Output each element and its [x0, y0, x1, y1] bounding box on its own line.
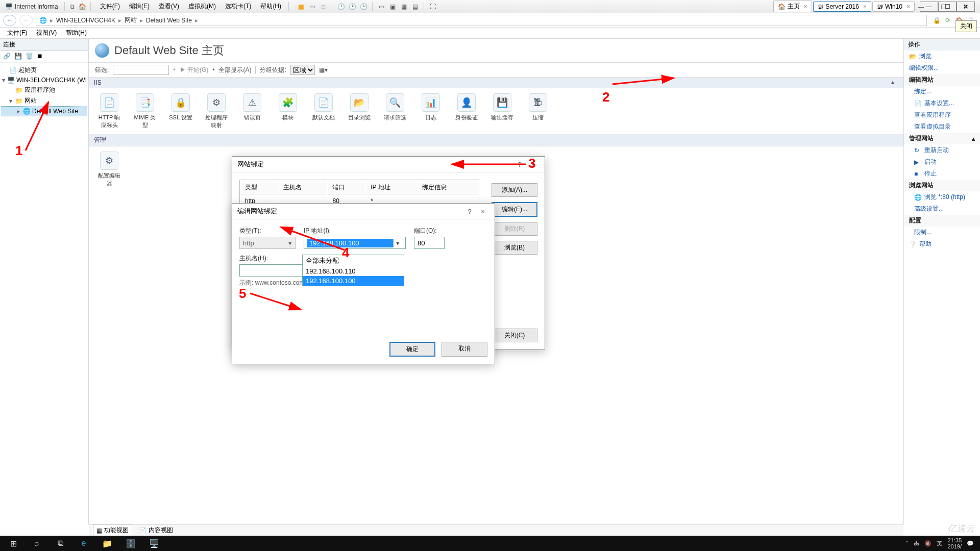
- close-icon[interactable]: ×: [804, 3, 807, 10]
- close-icon[interactable]: ×: [476, 208, 489, 215]
- layout4-icon[interactable]: ▤: [410, 2, 420, 11]
- snapshot-icon[interactable]: ⏍: [318, 2, 328, 11]
- volume-icon[interactable]: 🔇: [924, 540, 932, 547]
- edit-button[interactable]: 编辑(E)...: [492, 202, 537, 217]
- col-type[interactable]: 类型: [241, 181, 278, 194]
- crumb-server[interactable]: WIN-3ELOHVGCH4K: [56, 17, 115, 24]
- minimize-button[interactable]: —: [910, 2, 932, 12]
- col-ip[interactable]: IP 地址: [366, 181, 417, 194]
- action-view-apps[interactable]: 查看应用程序: [904, 109, 980, 121]
- close-icon[interactable]: ×: [863, 3, 867, 10]
- feature-item[interactable]: 👤身份验证: [453, 93, 480, 129]
- home-icon[interactable]: 🏠: [78, 2, 87, 11]
- menu-file[interactable]: 文件(F): [3, 28, 31, 38]
- cert-icon[interactable]: 🔒: [932, 16, 941, 25]
- refresh-icon[interactable]: ⟳: [943, 16, 952, 25]
- group-select[interactable]: 区域: [290, 65, 315, 75]
- tab-server2016[interactable]: 🖳Server 2016×: [813, 2, 871, 12]
- network-icon[interactable]: 🖧: [914, 540, 919, 546]
- action-browse-80[interactable]: 🌐浏览 *:80 (http): [904, 191, 980, 203]
- tree-startpage[interactable]: 📄起始页: [1, 65, 87, 76]
- clock1-icon[interactable]: 🕐: [336, 2, 346, 11]
- tree-server[interactable]: ▾🖥️WIN-3ELOHVGCH4K (WI: [1, 76, 87, 85]
- ime-indicator[interactable]: 英: [937, 540, 942, 547]
- task-view-button[interactable]: ⧉: [49, 536, 71, 551]
- cancel-button[interactable]: 取消: [442, 342, 487, 357]
- menu-vm[interactable]: 虚拟机(M): [184, 1, 220, 12]
- close-button[interactable]: 关闭(C): [492, 329, 537, 342]
- clock-time[interactable]: 21:35: [947, 537, 962, 543]
- server-manager-icon[interactable]: 🗄️: [119, 536, 142, 551]
- menu-view[interactable]: 查看(V): [155, 1, 183, 12]
- col-host[interactable]: 主机名: [279, 181, 328, 194]
- notifications-icon[interactable]: 💬: [967, 540, 974, 547]
- action-browse[interactable]: 📂浏览: [904, 51, 980, 62]
- menu-view[interactable]: 视图(V): [32, 28, 61, 38]
- feature-item[interactable]: 📊日志: [418, 93, 444, 129]
- tree-apppools[interactable]: 📁应用程序池: [1, 85, 87, 95]
- crumb-sites[interactable]: 网站: [125, 16, 137, 24]
- pause-icon[interactable]: ▮▮: [296, 2, 305, 11]
- col-port[interactable]: 端口: [328, 181, 365, 194]
- tray-chevron-icon[interactable]: ˄: [905, 540, 909, 547]
- window-restore-icon[interactable]: ⧉: [68, 2, 77, 11]
- feature-item[interactable]: 🗜压缩: [525, 93, 551, 129]
- action-limits[interactable]: 限制...: [904, 227, 980, 238]
- explorer-icon[interactable]: 📁: [96, 536, 118, 551]
- delete-icon[interactable]: 🗑️: [26, 53, 34, 61]
- add-button[interactable]: 添加(A)...: [492, 183, 537, 197]
- ip-option-all[interactable]: 全部未分配: [303, 255, 404, 266]
- maximize-button[interactable]: ☐: [932, 2, 954, 12]
- feature-config-editor[interactable]: ⚙配置编辑器: [96, 152, 122, 187]
- ip-option-100[interactable]: 192.168.100.100: [303, 276, 404, 286]
- menu-file[interactable]: 文件(F): [96, 1, 124, 12]
- layout2-icon[interactable]: ▣: [388, 2, 397, 11]
- filter-input[interactable]: [113, 65, 169, 75]
- layout3-icon[interactable]: ▦: [399, 2, 408, 11]
- action-help[interactable]: ❔帮助: [904, 238, 980, 250]
- feature-item[interactable]: ⚙处理程序映射: [203, 93, 230, 129]
- menu-tabs[interactable]: 选项卡(T): [221, 1, 255, 12]
- action-start[interactable]: ▶启动: [904, 156, 980, 168]
- col-info[interactable]: 绑定信息: [418, 181, 478, 194]
- power-icon[interactable]: ▭: [307, 2, 316, 11]
- close-button[interactable]: ✕: [954, 2, 977, 12]
- help-icon[interactable]: ?: [463, 208, 476, 215]
- feature-item[interactable]: 📄默认文档: [310, 93, 337, 129]
- browse-button[interactable]: 浏览(B): [492, 241, 537, 255]
- view-mode-icon[interactable]: ▦▾: [319, 66, 328, 73]
- clock2-icon[interactable]: 🕑: [348, 2, 357, 11]
- feature-item[interactable]: 🔒SSL 设置: [167, 93, 194, 129]
- action-stop[interactable]: ■停止: [904, 168, 980, 180]
- collapse-icon[interactable]: ▴: [891, 79, 899, 87]
- connect-icon[interactable]: 🔗: [3, 53, 11, 61]
- tab-home[interactable]: 🏠主页×: [773, 1, 812, 12]
- help-icon[interactable]: ?: [513, 161, 526, 168]
- tree-default-web-site[interactable]: ▸🌐Default Web Site: [1, 106, 87, 116]
- feature-item[interactable]: 💾输出缓存: [489, 93, 516, 129]
- layout1-icon[interactable]: ▭: [377, 2, 386, 11]
- action-view-vdirs[interactable]: 查看虚拟目录: [904, 121, 980, 133]
- collapse-icon[interactable]: ▴: [972, 135, 975, 142]
- clock3-icon[interactable]: 🕒: [359, 2, 368, 11]
- crumb-site[interactable]: Default Web Site: [146, 17, 192, 24]
- features-view-tab[interactable]: ▦功能视图: [93, 524, 132, 536]
- feature-item[interactable]: 📄HTTP 响应标头: [96, 93, 122, 129]
- menu-help[interactable]: 帮助(H): [62, 28, 91, 38]
- ip-option-110[interactable]: 192.168.100.110: [303, 266, 404, 276]
- ok-button[interactable]: 确定: [389, 342, 435, 357]
- go-button[interactable]: ▶ 开始(G): [180, 66, 209, 74]
- tree-sites[interactable]: ▾📁网站: [1, 95, 87, 106]
- fullscreen-icon[interactable]: ⛶: [428, 2, 437, 11]
- system-tray[interactable]: ˄ 🖧 🔇 英 21:35 2019/ 💬: [901, 537, 978, 549]
- feature-item[interactable]: 🔍请求筛选: [382, 93, 408, 129]
- port-input[interactable]: [414, 237, 445, 249]
- action-edit-permissions[interactable]: 编辑权限...: [904, 62, 980, 74]
- breadcrumb[interactable]: 🌐▸ WIN-3ELOHVGCH4K▸ 网站▸ Default Web Site…: [36, 15, 927, 26]
- ip-combobox[interactable]: 192.168.100.100▾: [304, 237, 406, 249]
- stop-icon[interactable]: ⏹: [37, 53, 45, 61]
- feature-item[interactable]: 🧩模块: [275, 93, 301, 129]
- iis-taskbar-icon[interactable]: 🖥️: [143, 536, 165, 551]
- back-button[interactable]: ←: [3, 15, 16, 26]
- feature-item[interactable]: 📑MIME 类型: [132, 93, 158, 129]
